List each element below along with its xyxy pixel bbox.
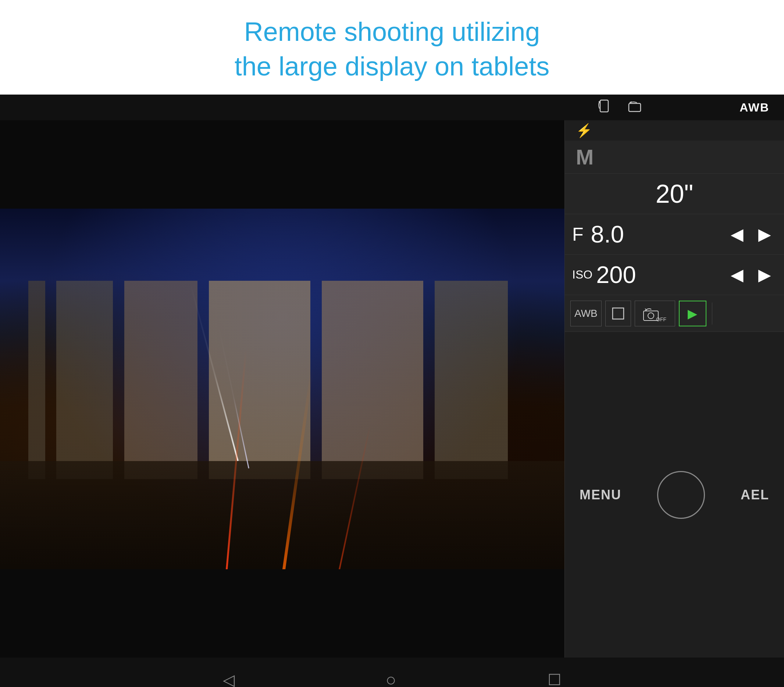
flash-icon: ⚡ <box>576 123 592 138</box>
aperture-f-label: F <box>572 224 584 245</box>
awb-button[interactable]: AWB <box>570 301 602 326</box>
awb-top-label: AWB <box>740 101 769 115</box>
recents-button[interactable]: ☐ <box>548 671 561 687</box>
header-section: Remote shooting utilizing the large disp… <box>0 0 784 95</box>
awb-quick-label: AWB <box>574 307 597 319</box>
mode-label: M <box>576 145 594 169</box>
svg-rect-2 <box>613 308 624 319</box>
svg-rect-0 <box>600 100 608 112</box>
road-layer <box>0 461 564 569</box>
header-title: Remote shooting utilizing the large disp… <box>0 15 784 84</box>
frame-icon <box>611 306 625 321</box>
quick-controls-row: AWB OFF <box>565 295 784 332</box>
svg-point-4 <box>648 313 654 319</box>
coff-icon: OFF <box>642 305 668 322</box>
iso-label: ISO <box>572 268 592 281</box>
home-button[interactable]: ○ <box>386 670 397 687</box>
camera-main: ⚡ M 20" F 8.0 ◀ ▶ <box>0 120 784 657</box>
iso-row: ISO 200 ◀ ▶ <box>565 255 784 295</box>
aperture-increase-button[interactable]: ▶ <box>753 223 777 246</box>
shutter-value: 20" <box>656 179 694 209</box>
bottom-controls: MENU AEL <box>565 332 784 657</box>
iso-left: ISO 200 <box>572 261 636 289</box>
aperture-left: F 8.0 <box>572 220 624 248</box>
svg-rect-1 <box>629 104 641 112</box>
separator-1 <box>712 302 712 325</box>
coff-button[interactable]: OFF <box>635 301 675 326</box>
play-button[interactable]: ▶ <box>679 301 707 326</box>
controls-panel: ⚡ M 20" F 8.0 ◀ ▶ <box>564 120 784 657</box>
svg-text:OFF: OFF <box>656 316 666 322</box>
mode-row: M <box>565 141 784 174</box>
aperture-arrows: ◀ ▶ <box>725 223 777 246</box>
flash-icon-row: ⚡ <box>565 120 784 141</box>
shutter-button[interactable] <box>657 471 705 519</box>
viewfinder-image <box>0 209 564 569</box>
buildings-layer <box>0 281 564 479</box>
aperture-row: F 8.0 ◀ ▶ <box>565 214 784 255</box>
aperture-value: 8.0 <box>591 220 624 248</box>
camera-top-bar: AWB <box>0 95 784 120</box>
frame-button[interactable] <box>605 301 631 326</box>
iso-arrows: ◀ ▶ <box>725 263 777 286</box>
tablet-frame: AWB ⚡ M <box>0 95 784 687</box>
iso-decrease-button[interactable]: ◀ <box>725 263 749 286</box>
top-bar-icons <box>597 98 644 117</box>
rotate-landscape-icon[interactable] <box>626 98 644 117</box>
iso-increase-button[interactable]: ▶ <box>753 263 777 286</box>
aperture-controls: F 8.0 ◀ ▶ <box>572 220 777 248</box>
menu-button[interactable]: MENU <box>579 487 622 503</box>
ael-button[interactable]: AEL <box>741 487 769 503</box>
iso-value: 200 <box>596 261 636 289</box>
aperture-decrease-button[interactable]: ◀ <box>725 223 749 246</box>
android-nav-bar: ◁ ○ ☐ <box>0 657 784 687</box>
shutter-row[interactable]: 20" <box>565 174 784 214</box>
viewfinder <box>0 120 564 657</box>
rotate-portrait-icon[interactable] <box>597 98 615 117</box>
back-button[interactable]: ◁ <box>223 671 235 687</box>
play-icon: ▶ <box>688 306 697 321</box>
